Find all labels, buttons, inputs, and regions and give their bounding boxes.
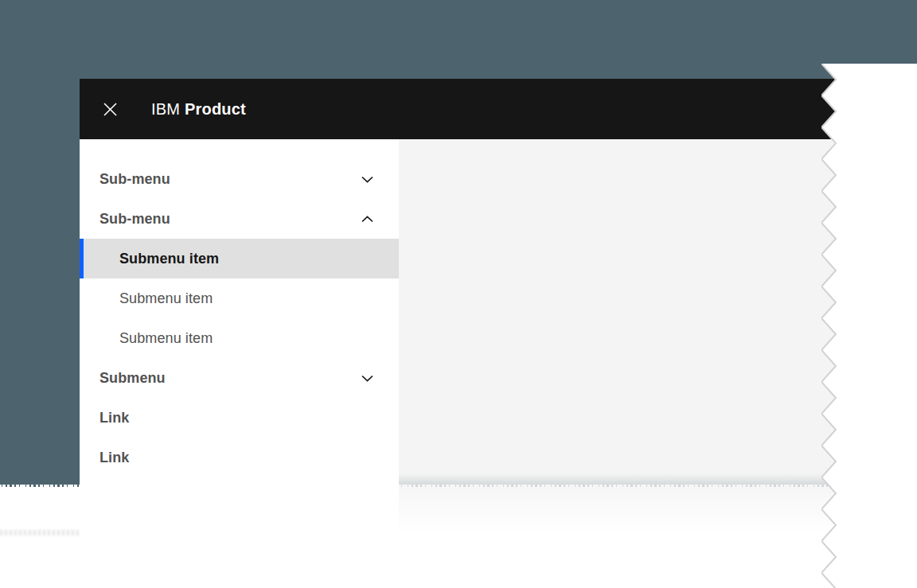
page-title: IBM Product <box>151 100 246 119</box>
sidebar-item-label: Submenu <box>100 370 166 387</box>
sidebar-item-label: Link <box>100 410 129 426</box>
torn-edge-right <box>821 64 917 588</box>
app-header: IBM Product <box>80 79 837 139</box>
sidebar-item-link-2[interactable]: Link <box>80 438 399 477</box>
sidebar-item-label: Submenu item <box>119 290 213 307</box>
sidebar-item-submenu-item-2[interactable]: Submenu item <box>80 278 399 318</box>
sidebar-item-submenu-1[interactable]: Sub-menu <box>80 159 399 199</box>
product-text: Product <box>185 100 246 118</box>
chevron-down-icon <box>361 171 374 188</box>
sidebar-item-label: Submenu item <box>119 251 219 267</box>
side-nav: Sub-menu Sub-menu Submenu item Submenu i… <box>80 139 399 538</box>
sidebar-item-label: Sub-menu <box>100 171 170 188</box>
torn-edge-bottom <box>0 530 80 535</box>
sidebar-item-link-1[interactable]: Link <box>80 398 399 438</box>
torn-edge-white-fill <box>837 64 917 588</box>
sidebar-item-submenu-2[interactable]: Sub-menu <box>80 199 399 239</box>
sidebar-item-label: Link <box>100 450 129 466</box>
page-background: IBM Product Sub-menu Sub-menu Submenu it… <box>0 0 917 588</box>
sidebar-item-submenu-item-selected[interactable]: Submenu item <box>80 239 399 278</box>
brand-text: IBM <box>151 100 180 118</box>
close-icon <box>103 102 118 117</box>
sidebar-item-submenu-item-3[interactable]: Submenu item <box>80 318 399 358</box>
sidebar-item-label: Sub-menu <box>100 211 170 228</box>
sidebar-item-label: Submenu item <box>119 330 213 347</box>
chevron-down-icon <box>361 370 374 387</box>
app-window: IBM Product Sub-menu Sub-menu Submenu it… <box>80 79 837 538</box>
chevron-up-icon <box>361 211 374 228</box>
zigzag-edge <box>821 64 839 588</box>
close-button[interactable] <box>80 79 140 139</box>
content-placeholder <box>399 139 837 538</box>
sidebar-item-submenu-3[interactable]: Submenu <box>80 358 399 398</box>
